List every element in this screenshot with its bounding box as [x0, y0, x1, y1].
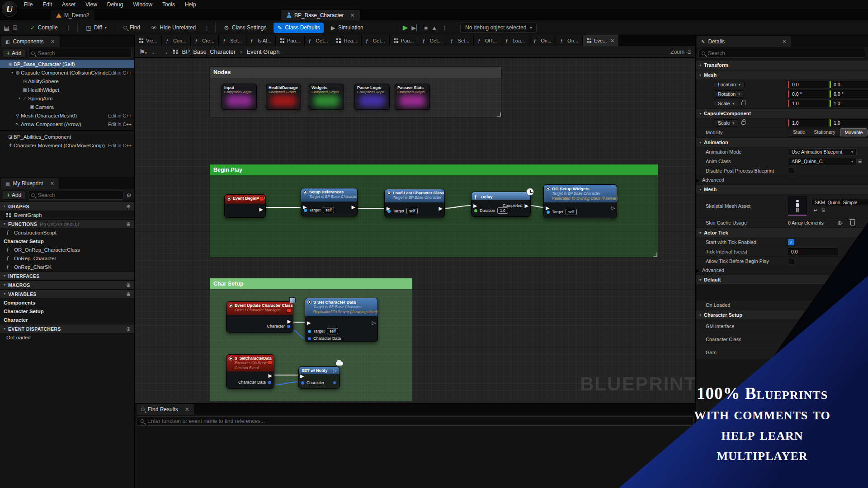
add-icon[interactable]: ⊕ [126, 221, 131, 227]
chevron-icon[interactable]: ▸ [696, 176, 699, 184]
back-icon[interactable]: ← [151, 48, 158, 56]
node-setup-references[interactable]: Setup References Target is BP Base Chara… [301, 188, 358, 216]
resize-handle[interactable] [653, 253, 657, 257]
category-character-setup[interactable]: Character Setup [0, 307, 134, 315]
y-value-field[interactable]: 0.0 [830, 81, 868, 88]
character-pin[interactable] [287, 325, 290, 328]
character-pin-row[interactable]: Character [301, 380, 336, 385]
node-event-update-character-class[interactable]: Event Update Character Class From I Char… [226, 301, 293, 333]
character-data-pin[interactable] [308, 337, 311, 340]
menu-item-help[interactable]: Help [181, 0, 200, 9]
pin-value[interactable]: self [566, 209, 577, 215]
gear-icon[interactable]: ⚙ [126, 192, 132, 199]
menu-item-edit[interactable]: Edit [38, 0, 56, 9]
node-s-setcharacterdata[interactable]: S_SetCharacterData Executes On Server Cu… [226, 354, 274, 389]
collapsed-graph-node-health-damage[interactable]: Health/DamageCollapsed Graph [266, 84, 301, 110]
exec-in-pin[interactable]: ▶ [300, 374, 304, 378]
forward-icon[interactable]: → [162, 48, 169, 56]
details-row-scale[interactable]: Scale▾1.01.0 [696, 118, 868, 127]
details-row-rotation[interactable]: Rotation▾0.0 °0.0 ° [696, 89, 868, 99]
target-pin[interactable] [547, 211, 550, 214]
character-out-pin[interactable] [333, 381, 336, 384]
y-value-field[interactable]: 1.0 [830, 119, 868, 127]
add-icon[interactable]: ⊕ [126, 326, 131, 332]
find-button[interactable]: Find [120, 23, 144, 33]
target-pin-row[interactable]: Target self [304, 207, 334, 213]
character-data-pin[interactable] [268, 381, 271, 384]
x-value-field[interactable]: 0.0 ° [788, 90, 828, 98]
component-row-9[interactable]: ↟Character Movement (CharMoveComp)Edit i… [0, 141, 134, 150]
add-icon[interactable]: ⊕ [126, 291, 131, 297]
add-element-icon[interactable]: ⊕ [837, 220, 842, 226]
details-row-mobility[interactable]: MobilityStaticStationaryMovable [696, 128, 868, 137]
section-header-interfaces[interactable]: ▾INTERFACES [0, 271, 134, 280]
compile-options-icon[interactable]: ⋮ [65, 24, 73, 31]
dropdown-animation-mode[interactable]: Use Animation Blueprint▾ [788, 148, 857, 156]
graph-tab-16[interactable]: Eve...✕ [583, 35, 619, 46]
exec-out-pin[interactable]: ▶ [352, 205, 355, 209]
node-set-w-notify[interactable]: SET w/ Notify ▷ ▶ Character [298, 366, 340, 389]
item-onrep_character[interactable]: ƒOnRep_Character [0, 254, 134, 263]
details-row-anim-class[interactable]: Anim ClassABP_Quinn_C▾⌸ [696, 157, 868, 166]
class-defaults-button[interactable]: ✎ Class Defaults [274, 23, 323, 33]
close-icon[interactable]: ✕ [782, 38, 787, 45]
menu-item-window[interactable]: Window [129, 0, 156, 9]
collapsed-graph-node-pause-logic[interactable]: Pause LogicCollapsed Graph [354, 84, 390, 110]
play-icon[interactable]: ▶ [403, 23, 408, 32]
exec-out-pin[interactable]: ▷ [372, 320, 376, 325]
edit-in-cpp-link[interactable]: Edit in C++ [108, 70, 132, 75]
menu-item-tools[interactable]: Tools [158, 0, 179, 9]
lock-icon[interactable] [741, 102, 745, 105]
mobility-option-static[interactable]: Static [788, 128, 809, 136]
graph-tab-0[interactable]: Vie... [135, 35, 162, 46]
graph-tab-9[interactable]: Pau... [390, 35, 419, 46]
details-row-skeletal-mesh-asset[interactable]: Skeletal Mesh AssetSKM_Quinn_Simple↩⌸ [696, 194, 868, 218]
browse-icon[interactable]: ⌸ [859, 159, 862, 164]
component-row-5[interactable]: ▣Camera [0, 103, 134, 111]
hide-unrelated-button[interactable]: 👁 Hide Unrelated [147, 23, 199, 33]
edit-in-cpp-link[interactable]: Edit in C++ [108, 143, 132, 148]
component-row-3[interactable]: ▦HealthWidget [0, 85, 134, 94]
add-blueprint-item-button[interactable]: + Add [3, 191, 25, 200]
collapsed-graph-node-passive-stats[interactable]: Passive StatsCollapsed Graph [395, 84, 430, 110]
graph-tab-7[interactable]: Hea... [332, 35, 361, 46]
category-character-setup[interactable]: Character Setup [0, 237, 134, 245]
component-row-7[interactable]: ↖Arrow Component (Arrow)Edit in C++ [0, 120, 134, 128]
category-character[interactable]: Character [0, 315, 134, 324]
details-row-advanced[interactable]: ▸Advanced [696, 176, 868, 184]
y-value-field[interactable]: 0.0 ° [830, 90, 868, 98]
details-row-skin-cache-usage[interactable]: Skin Cache Usage0 Array elements⊕ [696, 218, 868, 227]
item-onrep_charsk[interactable]: ƒOnRep_CharSK [0, 263, 134, 271]
exec-out-pin[interactable]: ▶ [269, 373, 272, 378]
edit-in-cpp-link[interactable]: Edit in C++ [108, 122, 132, 127]
hide-unrelated-options-icon[interactable]: ⋮ [203, 24, 211, 31]
dropdown-anim-class[interactable]: ABP_Quinn_C▾ [788, 158, 857, 165]
character-pin[interactable] [301, 381, 304, 385]
graph-tab-1[interactable]: ƒCon... [162, 35, 191, 46]
asset-thumbnail[interactable] [788, 197, 807, 216]
checkbox[interactable] [788, 258, 794, 264]
my-blueprint-search-input[interactable]: Search [28, 191, 123, 200]
save-icon[interactable]: ▤ [4, 24, 9, 31]
close-icon[interactable]: ✕ [50, 180, 54, 187]
menu-item-file[interactable]: File [20, 0, 37, 9]
target-pin[interactable] [387, 210, 391, 213]
compile-button[interactable]: ✓ Compile [27, 23, 61, 33]
duration-pin[interactable] [474, 209, 477, 212]
diff-button[interactable]: ◳ Diff ▾ [82, 23, 110, 33]
browse-icon[interactable]: ⌸ [822, 207, 825, 213]
mobility-option-movable[interactable]: Movable [840, 128, 868, 136]
item-eventgraph[interactable]: EventGraph [0, 211, 134, 219]
close-icon[interactable]: ✕ [610, 38, 614, 44]
exec-out-pin[interactable]: ▶ [259, 207, 263, 211]
graph-tab-2[interactable]: ƒCre... [191, 35, 219, 46]
node-s-set-character-data[interactable]: S Set Character Data Target is BP Base C… [305, 298, 378, 342]
exec-out-pin[interactable]: ▶ [288, 319, 291, 324]
checkbox[interactable] [788, 168, 794, 174]
graph-tab-11[interactable]: ƒSet... [446, 35, 474, 46]
component-row-2[interactable]: ◎AbilitySphere [0, 77, 134, 85]
x-value-field[interactable]: 1.0 [788, 119, 828, 127]
section-header-event-dispatchers[interactable]: ▾EVENT DISPATCHERS⊕ [0, 324, 134, 333]
doc-tab-bp-base-character[interactable]: BP_Base_Character ✕ [281, 10, 360, 20]
edit-in-cpp-link[interactable]: Edit in C++ [108, 113, 132, 118]
